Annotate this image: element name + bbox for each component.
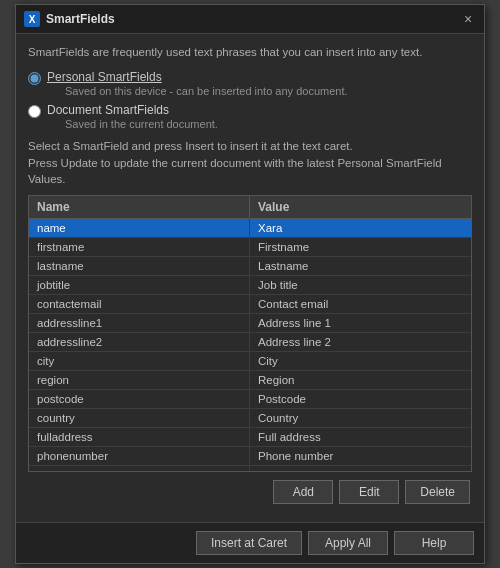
- description-text: SmartFields are frequently used text phr…: [28, 44, 472, 60]
- cell-value: Contact email: [250, 295, 471, 313]
- cell-value: Job title: [250, 276, 471, 294]
- cell-value: Lastname: [250, 257, 471, 275]
- bottom-bar: Insert at Caret Apply All Help: [16, 522, 484, 563]
- cell-name: fulladdress: [29, 428, 250, 446]
- title-bar: X SmartFields ×: [16, 5, 484, 34]
- cell-name: city: [29, 352, 250, 370]
- cell-name: phonenumber: [29, 447, 250, 465]
- cell-name: lastname: [29, 257, 250, 275]
- table-row[interactable]: addressline2Address line 2: [29, 333, 471, 352]
- title-bar-left: X SmartFields: [24, 11, 115, 27]
- personal-radio[interactable]: [28, 72, 41, 85]
- help-button[interactable]: Help: [394, 531, 474, 555]
- table-row[interactable]: fulladdressFull address: [29, 428, 471, 447]
- document-sublabel: Saved in the current document.: [65, 118, 218, 130]
- cell-value: Firstname: [250, 238, 471, 256]
- cell-value: Full address: [250, 428, 471, 446]
- smartfields-table: Name Value nameXarafirstnameFirstnamelas…: [28, 195, 472, 472]
- table-row[interactable]: firstnameFirstname: [29, 238, 471, 257]
- header-value: Value: [250, 196, 471, 218]
- document-smartfields-option[interactable]: Document SmartFields Saved in the curren…: [28, 103, 472, 130]
- cell-name: postcode: [29, 390, 250, 408]
- table-row[interactable]: contactemailContact email: [29, 295, 471, 314]
- table-row[interactable]: cityCity: [29, 352, 471, 371]
- header-name: Name: [29, 196, 250, 218]
- add-button[interactable]: Add: [273, 480, 333, 504]
- personal-label[interactable]: Personal SmartFields: [47, 70, 162, 84]
- table-row[interactable]: countryCountry: [29, 409, 471, 428]
- table-header: Name Value: [29, 196, 471, 219]
- table-row[interactable]: regionRegion: [29, 371, 471, 390]
- instruction-text: Select a SmartField and press Insert to …: [28, 138, 472, 186]
- dialog-title: SmartFields: [46, 12, 115, 26]
- table-row[interactable]: website.textWebsite: [29, 466, 471, 471]
- table-row[interactable]: jobtitleJob title: [29, 276, 471, 295]
- cell-name: name: [29, 219, 250, 237]
- apply-all-button[interactable]: Apply All: [308, 531, 388, 555]
- cell-value: Address line 1: [250, 314, 471, 332]
- cell-name: website.text: [29, 466, 250, 471]
- cell-name: contactemail: [29, 295, 250, 313]
- delete-button[interactable]: Delete: [405, 480, 470, 504]
- cell-value: Xara: [250, 219, 471, 237]
- insert-at-caret-button[interactable]: Insert at Caret: [196, 531, 302, 555]
- cell-value: Phone number: [250, 447, 471, 465]
- edit-button[interactable]: Edit: [339, 480, 399, 504]
- smartfields-dialog: X SmartFields × SmartFields are frequent…: [15, 4, 485, 563]
- document-label[interactable]: Document SmartFields: [47, 103, 169, 117]
- table-row[interactable]: addressline1Address line 1: [29, 314, 471, 333]
- personal-smartfields-option[interactable]: Personal SmartFields Saved on this devic…: [28, 70, 472, 97]
- table-body[interactable]: nameXarafirstnameFirstnamelastnameLastna…: [29, 219, 471, 471]
- table-row[interactable]: lastnameLastname: [29, 257, 471, 276]
- cell-value: Address line 2: [250, 333, 471, 351]
- cell-name: addressline1: [29, 314, 250, 332]
- document-radio[interactable]: [28, 105, 41, 118]
- cell-name: firstname: [29, 238, 250, 256]
- table-row[interactable]: postcodePostcode: [29, 390, 471, 409]
- cell-name: jobtitle: [29, 276, 250, 294]
- cell-value: Website: [250, 466, 471, 471]
- table-row[interactable]: nameXara: [29, 219, 471, 238]
- cell-value: City: [250, 352, 471, 370]
- cell-value: Region: [250, 371, 471, 389]
- personal-sublabel: Saved on this device - can be inserted i…: [65, 85, 348, 97]
- table-row[interactable]: phonenumberPhone number: [29, 447, 471, 466]
- close-button[interactable]: ×: [460, 11, 476, 27]
- cell-value: Postcode: [250, 390, 471, 408]
- dialog-content: SmartFields are frequently used text phr…: [16, 34, 484, 521]
- cell-name: region: [29, 371, 250, 389]
- action-buttons: Add Edit Delete: [28, 480, 472, 504]
- app-icon: X: [24, 11, 40, 27]
- cell-value: Country: [250, 409, 471, 427]
- cell-name: addressline2: [29, 333, 250, 351]
- cell-name: country: [29, 409, 250, 427]
- radio-section: Personal SmartFields Saved on this devic…: [28, 70, 472, 130]
